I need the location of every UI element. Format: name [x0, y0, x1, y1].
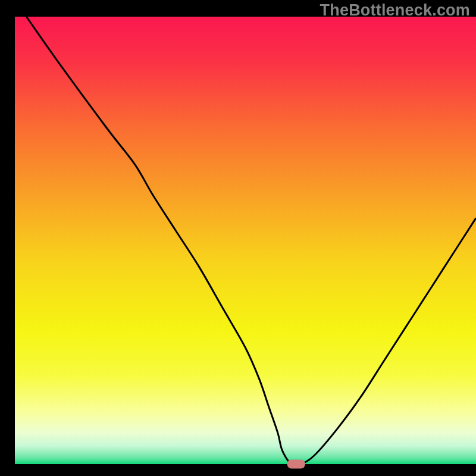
bottleneck-chart: TheBottleneck.com [0, 0, 476, 476]
plot-background [15, 17, 476, 464]
watermark-text: TheBottleneck.com [320, 1, 470, 20]
optimal-marker [287, 460, 305, 469]
chart-svg [0, 0, 476, 476]
